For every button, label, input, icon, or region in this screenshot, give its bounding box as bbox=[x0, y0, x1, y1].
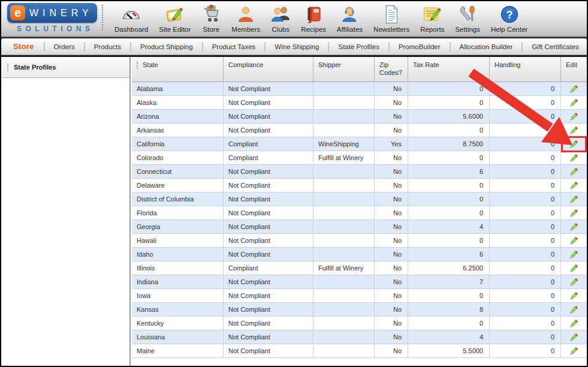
toolbar-label: Clubs bbox=[272, 26, 290, 33]
shipper-cell bbox=[313, 179, 375, 192]
subnav-tab-products[interactable]: Products bbox=[85, 43, 130, 50]
edit-button[interactable] bbox=[569, 167, 578, 176]
toolbar-label: Recipes bbox=[301, 26, 326, 33]
shipper-cell bbox=[313, 110, 375, 124]
toolbar-button-dashboard[interactable]: Dashboard bbox=[109, 4, 153, 33]
edit-button[interactable] bbox=[569, 291, 578, 300]
tax-rate-cell: 6 bbox=[408, 248, 490, 261]
drag-grip-icon bbox=[7, 64, 8, 71]
zip-codes-cell: No bbox=[375, 248, 408, 261]
subnav-tab-gift-certificates[interactable]: Gift Certificates bbox=[523, 43, 588, 50]
table-row: Louisiana Not Compliant No 4 0 bbox=[132, 330, 587, 344]
sidebar-item-state-profiles[interactable]: State Profiles bbox=[1, 57, 129, 78]
edit-button[interactable] bbox=[569, 112, 578, 121]
edit-pencil-icon bbox=[569, 169, 578, 178]
handling-cell: 0 bbox=[490, 137, 561, 151]
compliance-cell: Not Compliant bbox=[224, 289, 313, 303]
state-profiles-panel: State Compliance Shipper Zip Codes? Tax … bbox=[132, 57, 587, 366]
compliance-cell: Not Compliant bbox=[224, 192, 313, 206]
edit-button[interactable] bbox=[569, 195, 578, 204]
subnav-tab-state-profiles[interactable]: State Profiles bbox=[329, 43, 388, 50]
edit-pencil-icon bbox=[569, 100, 578, 109]
toolbar-button-store[interactable]: Store bbox=[196, 4, 226, 33]
tax-rate-cell: 8.7500 bbox=[408, 137, 490, 151]
edit-pencil-icon bbox=[569, 238, 578, 247]
edit-button[interactable] bbox=[569, 140, 578, 149]
edit-button[interactable] bbox=[569, 236, 578, 245]
tax-rate-cell: 0 bbox=[408, 96, 490, 110]
toolbar-button-recipes[interactable]: Recipes bbox=[295, 4, 331, 33]
toolbar-button-reports[interactable]: Reports bbox=[415, 4, 450, 33]
table-row: Alabama Not Compliant No 0 0 bbox=[132, 82, 587, 96]
shipper-cell bbox=[313, 330, 375, 344]
edit-button[interactable] bbox=[569, 209, 578, 218]
settings-tools-icon bbox=[458, 4, 477, 25]
shipper-cell: Fulfill at Winery bbox=[313, 261, 375, 275]
shipper-cell bbox=[313, 206, 375, 220]
zip-codes-cell: No bbox=[375, 220, 408, 234]
toolbar-label: Site Editor bbox=[159, 26, 191, 33]
table-row: Alaska Not Compliant No 0 0 bbox=[132, 96, 587, 110]
svg-text:?: ? bbox=[506, 9, 512, 21]
toolbar-button-settings[interactable]: Settings bbox=[450, 4, 486, 33]
toolbar-button-affiliates[interactable]: Affiliates bbox=[331, 4, 368, 33]
top-toolbar: e WINERY SOLUTIONS Dashboard bbox=[1, 1, 587, 37]
table-row: Idaho Not Compliant No 6 0 bbox=[132, 248, 587, 261]
state-cell: Kansas bbox=[132, 303, 224, 317]
column-header-zip-codes: Zip Codes? bbox=[375, 57, 408, 82]
edit-button[interactable] bbox=[569, 305, 578, 314]
toolbar-button-site-editor[interactable]: Site Editor bbox=[153, 4, 196, 33]
tax-rate-cell: 0 bbox=[408, 179, 490, 192]
edit-button[interactable] bbox=[569, 154, 578, 163]
toolbar-button-help-center[interactable]: ? Help Center bbox=[486, 4, 533, 33]
subnav-tab-product-shipping[interactable]: Product Shipping bbox=[131, 43, 202, 50]
state-cell: Alaska bbox=[132, 96, 224, 110]
site-editor-pencil-icon bbox=[165, 4, 185, 25]
subnav-tab-product-taxes[interactable]: Product Taxes bbox=[203, 43, 265, 50]
tax-rate-cell: 6.2500 bbox=[408, 261, 490, 275]
edit-pencil-icon bbox=[569, 279, 578, 288]
column-header-handling: Handling bbox=[490, 57, 561, 82]
state-cell: District of Columbia bbox=[132, 192, 224, 206]
tax-rate-cell: 8 bbox=[408, 303, 490, 317]
subnav-tab-store[interactable]: Store bbox=[7, 42, 44, 51]
edit-button[interactable] bbox=[569, 222, 578, 231]
zip-codes-cell: No bbox=[375, 303, 408, 317]
edit-button[interactable] bbox=[569, 333, 578, 342]
edit-button[interactable] bbox=[569, 347, 578, 356]
edit-button[interactable] bbox=[569, 85, 578, 94]
subnav-tab-promobuilder[interactable]: PromoBuilder bbox=[390, 43, 450, 50]
edit-button[interactable] bbox=[569, 278, 578, 287]
edit-button[interactable] bbox=[569, 319, 578, 328]
state-cell: Connecticut bbox=[132, 165, 224, 179]
table-row: Arkansas Not Compliant No 0 0 bbox=[132, 124, 587, 137]
edit-button[interactable] bbox=[569, 126, 578, 135]
edit-button[interactable] bbox=[569, 250, 578, 259]
subnav-tab-orders[interactable]: Orders bbox=[45, 43, 84, 50]
column-header-state: State bbox=[132, 57, 224, 82]
edit-button[interactable] bbox=[569, 264, 578, 273]
toolbar-button-members[interactable]: Members bbox=[226, 4, 266, 33]
table-row: Kentucky Not Compliant No 0 0 bbox=[132, 317, 587, 330]
table-row: Indiana Not Compliant No 7 0 bbox=[132, 275, 587, 289]
edit-pencil-icon bbox=[569, 155, 578, 164]
tax-rate-cell: 5.5000 bbox=[408, 344, 490, 358]
state-cell: Florida bbox=[132, 206, 224, 220]
toolbar-button-newsletters[interactable]: Newsletters bbox=[368, 4, 415, 33]
edit-button[interactable] bbox=[569, 181, 578, 190]
state-cell: Illinois bbox=[132, 261, 224, 275]
subnav-tab-wine-shipping[interactable]: Wine Shipping bbox=[266, 43, 328, 50]
shipper-cell: Fulfill at Winery bbox=[313, 151, 375, 165]
edit-button[interactable] bbox=[569, 98, 578, 107]
edit-pencil-icon bbox=[569, 293, 578, 302]
zip-codes-cell: No bbox=[375, 330, 408, 344]
edit-pencil-icon bbox=[569, 210, 578, 219]
shipper-cell bbox=[313, 275, 375, 289]
tax-rate-cell: 4 bbox=[408, 220, 490, 234]
toolbar-label: Reports bbox=[420, 26, 444, 33]
toolbar-button-clubs[interactable]: Clubs bbox=[266, 4, 295, 33]
table-row: Connecticut Not Compliant No 6 0 bbox=[132, 165, 587, 179]
subnav-tab-allocation-builder[interactable]: Allocation Builder bbox=[451, 43, 522, 50]
brand-e-mark: e bbox=[10, 5, 25, 20]
handling-cell: 0 bbox=[490, 96, 561, 110]
